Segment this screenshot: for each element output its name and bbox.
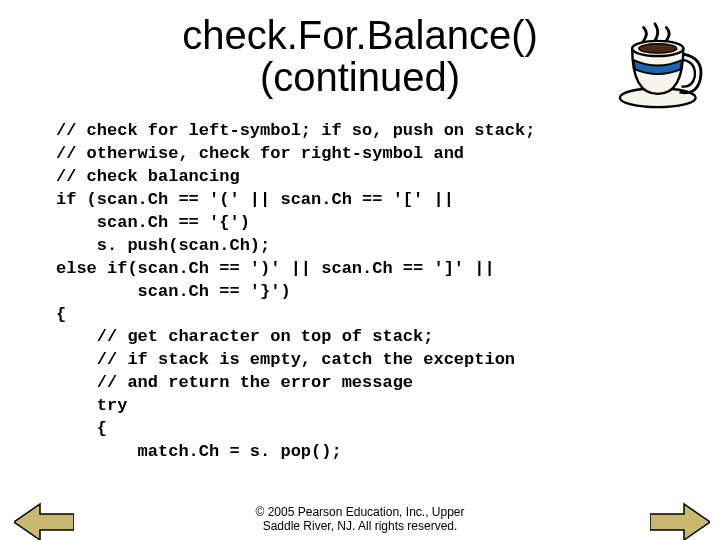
title-line-2: (continued) bbox=[260, 55, 460, 99]
title-line-1: check.For.Balance() bbox=[182, 13, 538, 57]
next-slide-button[interactable] bbox=[650, 502, 710, 540]
svg-point-2 bbox=[639, 44, 677, 53]
coffee-cup-icon bbox=[615, 20, 710, 110]
code-block: // check for left-symbol; if so, push on… bbox=[56, 120, 720, 464]
slide-title: check.For.Balance() (continued) bbox=[0, 14, 720, 98]
svg-marker-4 bbox=[650, 504, 710, 540]
svg-marker-3 bbox=[14, 504, 74, 540]
footer-line-2: Saddle River, NJ. All rights reserved. bbox=[263, 519, 458, 533]
copyright-footer: © 2005 Pearson Education, Inc., Upper Sa… bbox=[0, 506, 720, 534]
previous-slide-button[interactable] bbox=[14, 502, 74, 540]
slide-root: check.For.Balance() (continued) // check… bbox=[0, 14, 720, 540]
footer-line-1: © 2005 Pearson Education, Inc., Upper bbox=[256, 505, 465, 519]
